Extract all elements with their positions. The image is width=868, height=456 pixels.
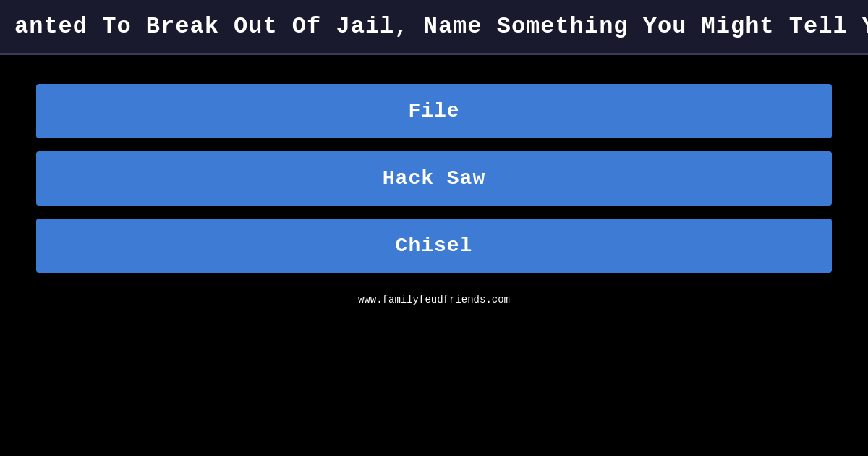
- answer-item-1[interactable]: File: [36, 84, 832, 138]
- footer: www.familyfeudfriends.com: [358, 286, 510, 317]
- answer-item-2[interactable]: Hack Saw: [36, 151, 832, 206]
- question-header: anted To Break Out Of Jail, Name Somethi…: [0, 0, 868, 55]
- question-text: anted To Break Out Of Jail, Name Somethi…: [14, 13, 868, 40]
- answers-container: File Hack Saw Chisel www.familyfeudfrien…: [0, 55, 868, 456]
- footer-url: www.familyfeudfriends.com: [358, 294, 510, 305]
- answer-label-2: Hack Saw: [383, 167, 485, 190]
- answer-label-3: Chisel: [396, 235, 473, 257]
- answer-label-1: File: [408, 100, 459, 122]
- answer-item-3[interactable]: Chisel: [36, 219, 832, 273]
